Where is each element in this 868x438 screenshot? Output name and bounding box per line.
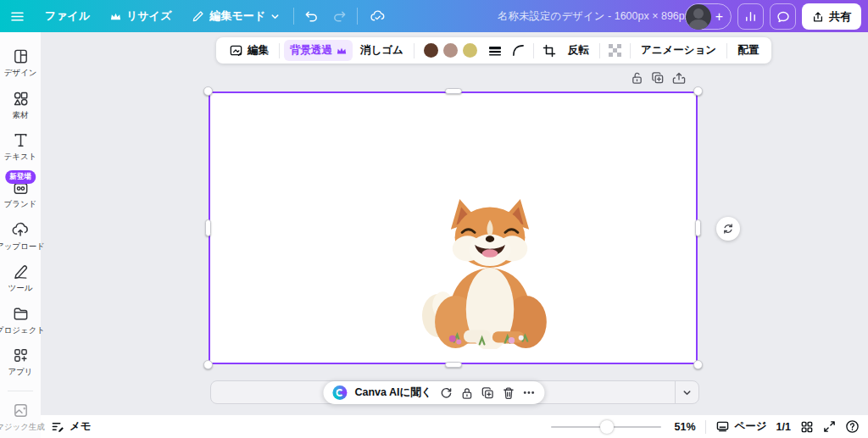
edit-mode-label: 編集モード	[209, 8, 265, 24]
zoom-slider-thumb[interactable]	[600, 420, 614, 434]
text-icon	[12, 131, 30, 149]
sidebar-item-projects[interactable]: プロジェクト	[0, 299, 41, 341]
zoom-percentage[interactable]: 51%	[670, 421, 696, 433]
toolbar-divider	[726, 43, 727, 58]
grid-view-button[interactable]	[800, 420, 814, 434]
color-swatch-1[interactable]	[424, 43, 438, 58]
design-icon	[12, 47, 30, 65]
more-options-icon[interactable]	[523, 386, 536, 399]
page-action-icons	[631, 71, 686, 85]
lock-icon[interactable]	[461, 386, 474, 400]
export-page-icon[interactable]	[672, 71, 686, 85]
status-divider	[705, 420, 706, 434]
collapse-page-row-button[interactable]	[676, 381, 698, 403]
resize-label: リサイズ	[126, 8, 171, 24]
pen-tool-icon	[12, 263, 30, 280]
sidebar-item-tools[interactable]: ツール	[0, 258, 41, 300]
crop-icon	[542, 44, 556, 58]
shiba-dog-image[interactable]	[422, 186, 558, 349]
resize-handle-n[interactable]	[445, 88, 462, 94]
redo-button[interactable]	[326, 0, 353, 32]
page-indicator: 1/1	[776, 421, 791, 433]
chevron-down-icon	[270, 12, 280, 21]
resize-handle-w[interactable]	[205, 219, 211, 236]
sidebar-item-brand[interactable]: 新登場 ブランド	[0, 174, 41, 216]
share-button[interactable]: 共有	[802, 3, 861, 30]
sidebar-item-magic-media[interactable]: マジック生成	[0, 396, 41, 438]
chat-bubble-icon	[776, 10, 790, 24]
stroke-weight-button[interactable]	[484, 40, 506, 61]
left-sidebar: デザイン 素材 テキスト 新登場 ブランド アップロード	[0, 32, 41, 438]
bg-remove-button[interactable]: 背景透過	[284, 40, 353, 61]
cloud-save-button[interactable]	[361, 0, 394, 32]
color-swatch-2[interactable]	[443, 43, 458, 58]
notes-button[interactable]: メモ	[51, 419, 92, 434]
duplicate-page-icon[interactable]	[651, 71, 665, 85]
edit-image-button[interactable]: 編集	[223, 40, 275, 61]
folder-icon	[12, 305, 30, 323]
unlock-icon[interactable]	[631, 71, 643, 85]
header-divider	[293, 8, 294, 25]
file-menu-button[interactable]: ファイル	[35, 0, 100, 32]
toolbar-divider	[630, 43, 631, 58]
resize-handle-sw[interactable]	[203, 360, 213, 369]
zoom-slider[interactable]	[551, 420, 661, 434]
sidebar-item-apps[interactable]: アプリ	[0, 341, 41, 384]
color-swatch-3[interactable]	[463, 43, 477, 58]
line-weight-icon	[488, 45, 502, 57]
flip-button[interactable]: 反転	[562, 40, 595, 61]
sidebar-item-label: ブランド	[4, 199, 37, 210]
avatar	[686, 4, 711, 30]
notes-label: メモ	[70, 419, 92, 434]
fullscreen-button[interactable]	[823, 420, 836, 433]
checkerboard-icon	[609, 44, 621, 57]
delete-icon[interactable]	[503, 386, 515, 400]
resize-handle-s[interactable]	[445, 362, 462, 368]
eraser-button[interactable]: 消しゴム	[354, 40, 409, 61]
shapes-icon	[12, 90, 30, 108]
sidebar-item-label: アプリ	[8, 367, 32, 378]
resize-handle-se[interactable]	[693, 360, 703, 369]
crop-button[interactable]	[538, 40, 560, 61]
pages-button[interactable]: ページ	[715, 419, 767, 434]
resize-handle-ne[interactable]	[693, 86, 703, 96]
crown-icon	[110, 12, 121, 21]
corner-rounding-button[interactable]	[508, 40, 529, 61]
sidebar-item-label: テキスト	[4, 152, 37, 163]
undo-button[interactable]	[298, 0, 326, 32]
resize-button[interactable]: リサイズ	[100, 0, 181, 32]
transparency-button[interactable]	[604, 40, 626, 61]
export-icon	[812, 11, 824, 23]
element-action-bar: Canva AIに聞く	[323, 381, 544, 404]
resize-handle-e[interactable]	[695, 219, 701, 236]
bg-remove-label: 背景透過	[290, 43, 332, 58]
toolbar-divider	[414, 43, 415, 58]
ask-ai-button[interactable]: Canva AIに聞く	[354, 385, 431, 400]
duplicate-icon[interactable]	[481, 386, 495, 400]
pages-label: ページ	[735, 419, 767, 434]
edit-mode-button[interactable]: 編集モード	[181, 0, 290, 32]
regenerate-icon[interactable]	[440, 386, 453, 400]
status-right-group: 51% ページ 1/1	[551, 419, 860, 434]
resize-handle-nw[interactable]	[203, 86, 213, 96]
rotate-button[interactable]	[716, 217, 740, 241]
help-button[interactable]	[845, 419, 860, 434]
toolbar-divider	[279, 43, 280, 58]
toolbar-divider	[533, 43, 534, 58]
account-button[interactable]: +	[685, 3, 732, 30]
comments-button[interactable]	[770, 3, 796, 30]
position-button[interactable]: 配置	[732, 40, 765, 61]
main-menu-button[interactable]	[0, 0, 35, 32]
sidebar-item-uploads[interactable]: アップロード	[0, 215, 41, 258]
insights-button[interactable]	[737, 3, 764, 30]
sidebar-item-elements[interactable]: 素材	[0, 85, 41, 127]
sidebar-item-design[interactable]: デザイン	[0, 42, 41, 85]
design-page[interactable]	[209, 91, 698, 364]
animate-button[interactable]: アニメーション	[635, 40, 722, 61]
header-divider	[357, 8, 358, 25]
sidebar-item-label: マジック生成	[0, 422, 45, 433]
pencil-icon	[192, 10, 204, 23]
image-toolbar: 編集 背景透過 消しゴム	[216, 37, 771, 64]
sidebar-item-text[interactable]: テキスト	[0, 126, 41, 169]
sidebar-item-label: アップロード	[0, 241, 45, 252]
